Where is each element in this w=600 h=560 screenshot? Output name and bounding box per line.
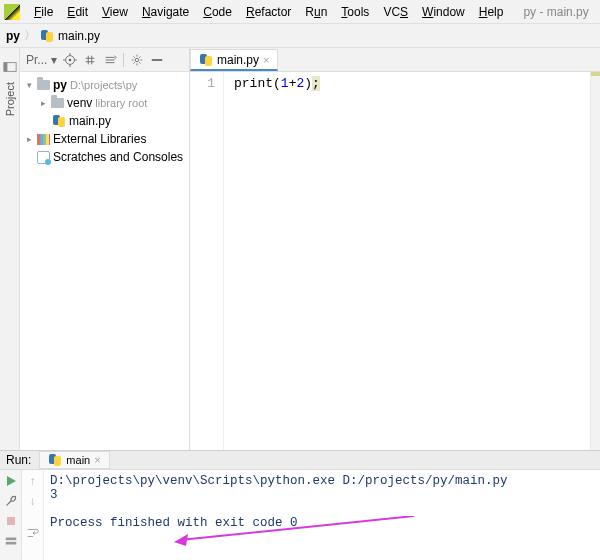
menu-tools[interactable]: Tools [335, 3, 375, 21]
app-icon [4, 4, 20, 20]
python-file-icon [52, 114, 66, 128]
breadcrumb: py 〉 main.py [0, 24, 600, 48]
svg-point-3 [68, 58, 71, 61]
tree-scratches-label: Scratches and Consoles [53, 150, 183, 164]
tree-main-label: main.py [69, 114, 111, 128]
wrench-icon[interactable] [4, 494, 18, 508]
warning-marker[interactable] [591, 72, 600, 76]
tree-external-label: External Libraries [53, 132, 146, 146]
close-icon[interactable]: × [263, 54, 269, 66]
editor-tabs: main.py × [190, 48, 600, 72]
arrow-up-icon[interactable]: ↑ [30, 474, 36, 488]
folder-icon [37, 80, 50, 90]
run-tool-window: Run: main × ↑ ↓ D:\projects\py\venv\Scri… [0, 450, 600, 560]
tree-external-libs[interactable]: ▸ External Libraries [20, 130, 189, 148]
run-icon[interactable] [4, 474, 18, 488]
tree-venv-label: venv [67, 96, 92, 110]
code-area[interactable]: print(1+2); [224, 72, 590, 450]
project-toolbar: Pr... ▾ [20, 48, 189, 72]
libraries-icon [37, 134, 50, 145]
svg-marker-10 [7, 476, 16, 486]
run-output[interactable]: D:\projects\py\venv\Scripts\python.exe D… [44, 470, 600, 560]
chevron-right-icon[interactable]: ▸ [24, 134, 34, 144]
chevron-right-icon[interactable]: ▸ [38, 98, 48, 108]
chevron-down-icon[interactable]: ▾ [24, 80, 34, 90]
run-nav-gutter: ↑ ↓ [22, 470, 44, 560]
editor-body[interactable]: 1 print(1+2); [190, 72, 600, 450]
editor-area: main.py × 1 print(1+2); [190, 48, 600, 450]
run-action-gutter [0, 470, 22, 560]
line-number: 1 [190, 76, 215, 91]
tree-venv[interactable]: ▸ venv library root [20, 94, 189, 112]
tree-venv-note: library root [95, 97, 147, 109]
run-header-label: Run: [6, 453, 31, 467]
project-tool-tab[interactable]: Project [4, 78, 16, 120]
svg-rect-1 [3, 63, 7, 72]
editor-tab-label: main.py [217, 53, 259, 67]
svg-rect-13 [5, 542, 16, 545]
menu-refactor[interactable]: Refactor [240, 3, 297, 21]
gear-icon[interactable] [130, 53, 144, 67]
expand-all-icon[interactable] [83, 53, 97, 67]
svg-rect-11 [7, 517, 15, 525]
menu-code[interactable]: Code [197, 3, 238, 21]
project-tree[interactable]: ▾ py D:\projects\py ▸ venv library root … [20, 72, 189, 450]
code-semicolon: ; [312, 76, 320, 91]
svg-rect-12 [5, 538, 16, 541]
scratches-icon [37, 151, 50, 164]
svg-point-8 [135, 58, 139, 62]
folder-icon [51, 98, 64, 108]
collapse-all-icon[interactable] [103, 53, 117, 67]
tree-root-label: py [53, 78, 67, 92]
editor-tab-main[interactable]: main.py × [190, 49, 278, 71]
run-result: 3 [50, 488, 58, 502]
stop-icon[interactable] [4, 514, 18, 528]
code-n1: 1 [281, 76, 289, 91]
menu-window[interactable]: Window [416, 3, 471, 21]
project-selector[interactable]: Pr... ▾ [26, 53, 57, 67]
tree-root-path: D:\projects\py [70, 79, 137, 91]
editor-gutter: 1 [190, 72, 224, 450]
breadcrumb-file[interactable]: main.py [58, 29, 100, 43]
menu-edit[interactable]: Edit [61, 3, 94, 21]
target-icon[interactable] [63, 53, 77, 67]
python-file-icon [199, 53, 213, 67]
tool-window-stripe: Project [0, 48, 20, 450]
soft-wrap-icon[interactable] [26, 526, 40, 540]
run-cmd: D:\projects\py\venv\Scripts\python.exe D… [50, 474, 508, 488]
tree-root[interactable]: ▾ py D:\projects\py [20, 76, 189, 94]
window-title: py - main.py [523, 5, 588, 19]
run-header: Run: main × [0, 451, 600, 470]
run-tab-label: main [66, 454, 90, 466]
arrow-down-icon[interactable]: ↓ [30, 494, 36, 508]
close-icon[interactable]: × [94, 454, 100, 466]
breadcrumb-root[interactable]: py [6, 29, 20, 43]
breadcrumb-separator-icon: 〉 [24, 27, 36, 44]
menu-navigate[interactable]: Navigate [136, 3, 195, 21]
tree-scratches[interactable]: Scratches and Consoles [20, 148, 189, 166]
tree-main-file[interactable]: main.py [20, 112, 189, 130]
project-panel: Pr... ▾ ▾ py D:\projects\py ▸ venv libra… [20, 48, 190, 450]
svg-marker-15 [174, 534, 188, 546]
python-file-icon [48, 453, 62, 467]
menu-bar: File Edit View Navigate Code Refactor Ru… [0, 0, 600, 24]
layout-icon[interactable] [4, 534, 18, 548]
editor-marker-strip[interactable] [590, 72, 600, 450]
project-tool-icon[interactable] [3, 60, 17, 74]
menu-help[interactable]: Help [473, 3, 510, 21]
menu-vcs[interactable]: VCS [377, 3, 414, 21]
menu-view[interactable]: View [96, 3, 134, 21]
code-fn: print [234, 76, 273, 91]
run-exit: Process finished with exit code 0 [50, 516, 298, 530]
run-tab-main[interactable]: main × [39, 451, 109, 469]
menu-run[interactable]: Run [299, 3, 333, 21]
menu-file[interactable]: File [28, 3, 59, 21]
python-file-icon [40, 29, 54, 43]
hide-icon[interactable] [150, 53, 164, 67]
